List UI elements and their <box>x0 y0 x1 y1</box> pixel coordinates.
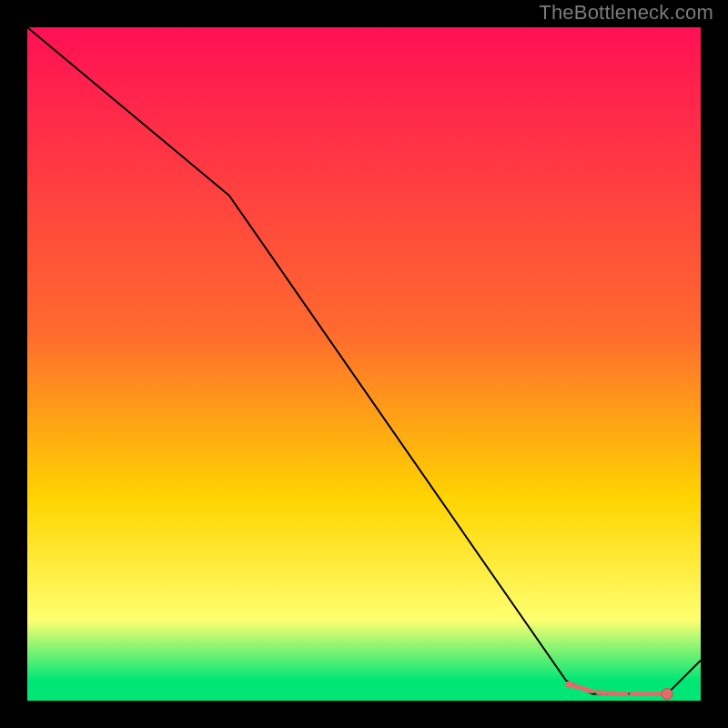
marker-start <box>566 681 573 688</box>
watermark-text: TheBottleneck.com <box>539 0 713 25</box>
marker-endpoint <box>662 689 672 700</box>
bottleneck-chart <box>0 0 728 728</box>
chart-background <box>27 27 701 701</box>
chart-frame: TheBottleneck.com <box>0 0 728 728</box>
